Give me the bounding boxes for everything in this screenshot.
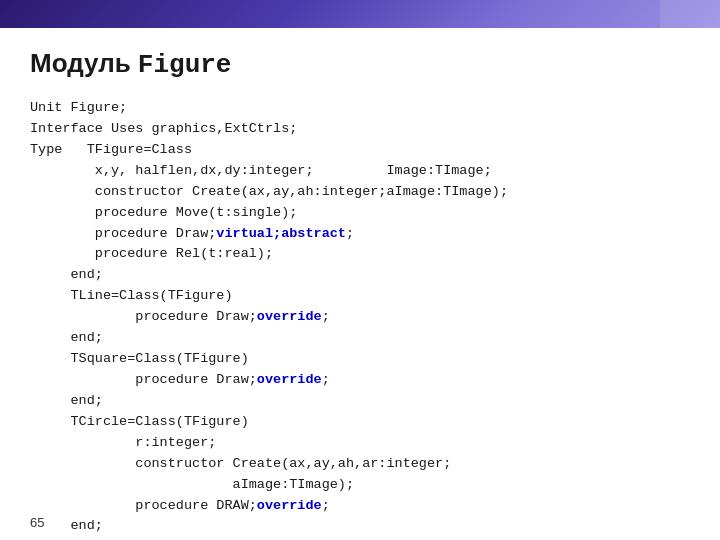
- title-text: Модуль: [30, 48, 138, 78]
- code-line-19: aImage:TImage);: [30, 475, 690, 496]
- code-line-15: end;: [30, 391, 690, 412]
- code-line-16: TCircle=Class(TFigure): [30, 412, 690, 433]
- code-line-5: constructor Create(ax,ay,ah:integer;aIma…: [30, 182, 690, 203]
- code-line-9: end;: [30, 265, 690, 286]
- header-bar: [0, 0, 720, 28]
- code-line-7: procedure Draw;virtual;abstract;: [30, 224, 690, 245]
- code-block: Unit Figure; Interface Uses graphics,Ext…: [30, 98, 690, 537]
- title-code: Figure: [138, 50, 232, 80]
- code-line-8: procedure Rel(t:real);: [30, 244, 690, 265]
- code-line-1: Unit Figure;: [30, 98, 690, 119]
- slide-number: 65: [30, 515, 44, 530]
- keyword-override-1: override: [257, 309, 322, 324]
- code-line-18: constructor Create(ax,ay,ah,ar:integer;: [30, 454, 690, 475]
- code-line-10: TLine=Class(TFigure): [30, 286, 690, 307]
- code-line-4: x,y, halflen,dx,dy:integer; Image:TImage…: [30, 161, 690, 182]
- code-line-12: end;: [30, 328, 690, 349]
- slide-title: Модуль Figure: [30, 48, 690, 80]
- code-line-3: Type TFigure=Class: [30, 140, 690, 161]
- keyword-virtual-abstract: virtual;abstract: [216, 226, 346, 241]
- slide-container: Модуль Figure Unit Figure; Interface Use…: [0, 28, 720, 540]
- keyword-override-2: override: [257, 372, 322, 387]
- code-line-6: procedure Move(t:single);: [30, 203, 690, 224]
- code-line-21: end;: [30, 516, 690, 537]
- keyword-override-3: override: [257, 498, 322, 513]
- code-line-11: procedure Draw;override;: [30, 307, 690, 328]
- code-line-2: Interface Uses graphics,ExtCtrls;: [30, 119, 690, 140]
- corner-decoration: [660, 0, 720, 28]
- code-line-17: r:integer;: [30, 433, 690, 454]
- code-line-14: procedure Draw;override;: [30, 370, 690, 391]
- code-line-20: procedure DRAW;override;: [30, 496, 690, 517]
- code-line-13: TSquare=Class(TFigure): [30, 349, 690, 370]
